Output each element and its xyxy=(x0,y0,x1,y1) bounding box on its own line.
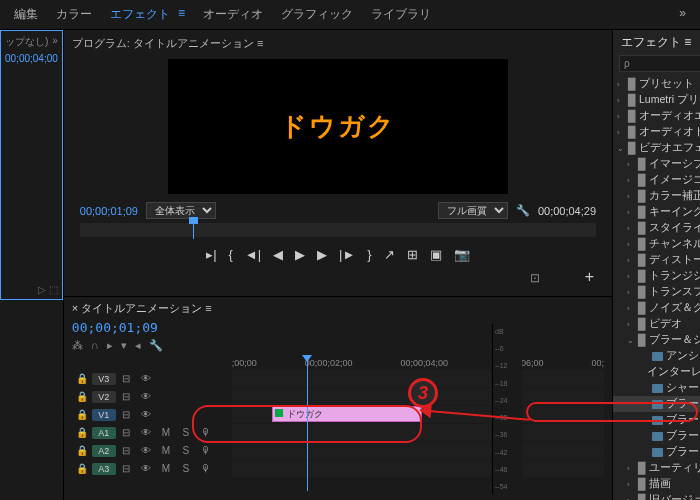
solo-icon[interactable]: S xyxy=(176,463,196,474)
track-toggle[interactable]: ⊟ xyxy=(116,373,136,384)
timeline-ruler[interactable]: ;00;0000;00;02;0000;00;04;0000;00;06;000… xyxy=(72,358,604,368)
effects-search-input[interactable]: ρ xyxy=(619,55,700,72)
lock-icon[interactable]: 🔒 xyxy=(72,463,92,474)
lock-icon[interactable]: 🔒 xyxy=(72,445,92,456)
program-scrubber[interactable] xyxy=(80,223,596,237)
track-lane[interactable] xyxy=(232,442,604,459)
track-label[interactable]: V2 xyxy=(92,391,116,403)
track-toggle[interactable]: ⊟ xyxy=(116,463,136,474)
workspace-tab[interactable]: カラー xyxy=(56,6,92,23)
track-visibility[interactable]: 👁 xyxy=(136,409,156,420)
effects-tree-item[interactable]: ›▉ユーティリティ xyxy=(613,460,700,476)
effects-tree-item[interactable]: ブラー (方向) xyxy=(613,444,700,460)
transport-button[interactable]: ◀ xyxy=(273,247,283,262)
effects-tree-item[interactable]: ›▉描画 xyxy=(613,476,700,492)
chevron-icon[interactable]: › xyxy=(627,480,635,489)
chevron-icon[interactable]: › xyxy=(627,240,635,249)
effects-tree-item[interactable]: シャープ xyxy=(613,380,700,396)
track-label[interactable]: A2 xyxy=(92,445,116,457)
safe-margins-icon[interactable]: ⊡ xyxy=(530,271,540,285)
effects-tree-item[interactable]: アンシャープマスク xyxy=(613,348,700,364)
track-visibility[interactable]: 👁 xyxy=(136,445,156,456)
effects-tree-item[interactable]: ブラー (ガウス) xyxy=(613,396,700,412)
mic-icon[interactable]: 🎙 xyxy=(196,427,216,438)
mute-icon[interactable]: M xyxy=(156,427,176,438)
track-visibility[interactable]: 👁 xyxy=(136,463,156,474)
effects-tree-item[interactable]: ›▉キーイング xyxy=(613,204,700,220)
workspace-tab[interactable]: 編集 xyxy=(14,6,38,23)
program-current-tc[interactable]: 00;00;01;09 xyxy=(80,205,138,217)
transport-button[interactable]: ▣ xyxy=(430,247,442,262)
effects-tree-item[interactable]: ›▉オーディオエフェクト xyxy=(613,108,700,124)
solo-icon[interactable]: S xyxy=(176,445,196,456)
track-toggle[interactable]: ⊟ xyxy=(116,427,136,438)
transport-button[interactable]: ⊞ xyxy=(407,247,418,262)
chevron-icon[interactable]: › xyxy=(627,272,635,281)
effects-tree-item[interactable]: インターレースのちらつき削 xyxy=(613,364,700,380)
track-visibility[interactable]: 👁 xyxy=(136,391,156,402)
lock-icon[interactable]: 🔒 xyxy=(72,409,92,420)
track-label[interactable]: A3 xyxy=(92,463,116,475)
workspace-tab[interactable]: エフェクト xyxy=(110,6,170,23)
chevron-icon[interactable]: › xyxy=(627,304,635,313)
effects-tree-item[interactable]: ›▉イメージコントロール xyxy=(613,172,700,188)
transport-button[interactable]: { xyxy=(229,247,233,262)
effects-tree-item[interactable]: ›▉Lumetri プリセット xyxy=(613,92,700,108)
workspace-tab[interactable]: ライブラリ xyxy=(371,6,431,23)
lock-icon[interactable]: 🔒 xyxy=(72,373,92,384)
timeline-title[interactable]: × タイトルアニメーション ≡ xyxy=(72,301,604,316)
chevron-icon[interactable]: › xyxy=(627,320,635,329)
collapse-icon[interactable]: » xyxy=(52,35,58,49)
effects-tree-item[interactable]: ›▉プリセット xyxy=(613,76,700,92)
transport-button[interactable]: ◄| xyxy=(245,247,261,262)
track-lane[interactable] xyxy=(232,424,604,441)
track-label[interactable]: A1 xyxy=(92,427,116,439)
timeline-tc[interactable]: 00;00;01;09 xyxy=(72,320,604,335)
track-label[interactable]: V3 xyxy=(92,373,116,385)
transport-button[interactable]: ▶ xyxy=(317,247,327,262)
effects-tree-item[interactable]: ›▉スタイライズ xyxy=(613,220,700,236)
chevron-icon[interactable]: ⌄ xyxy=(627,336,635,345)
chevron-icon[interactable]: › xyxy=(627,464,635,473)
effects-tree-item[interactable]: ›▉トランジション xyxy=(613,268,700,284)
effects-tree-item[interactable]: ⌄▉ブラー＆シャープ xyxy=(613,332,700,348)
chevron-icon[interactable]: › xyxy=(627,176,635,185)
effects-tree-item[interactable]: ⌄▉ビデオエフェクト xyxy=(613,140,700,156)
chevron-icon[interactable]: › xyxy=(627,224,635,233)
mic-icon[interactable]: 🎙 xyxy=(196,463,216,474)
chevron-icon[interactable]: › xyxy=(627,192,635,201)
timeline-clip[interactable]: ドウガク xyxy=(272,406,422,422)
track-visibility[interactable]: 👁 xyxy=(136,373,156,384)
timeline-playhead[interactable] xyxy=(307,361,308,491)
wrench-icon[interactable]: 🔧 xyxy=(516,204,530,217)
effects-tree-item[interactable]: ›▉イマーシブビデオ xyxy=(613,156,700,172)
effects-tree-item[interactable]: ブラー (合成) xyxy=(613,428,700,444)
source-footer-icons[interactable]: ▷ ⬚ xyxy=(5,284,58,295)
chevron-icon[interactable]: › xyxy=(617,96,625,105)
workspace-tab[interactable]: グラフィック xyxy=(281,6,353,23)
transport-button[interactable]: ▶ xyxy=(295,247,305,262)
effects-tree-item[interactable]: ›▉チャンネル xyxy=(613,236,700,252)
track-lane[interactable] xyxy=(232,460,604,477)
timeline-tools[interactable]: ⁂∩▸▾◂🔧 xyxy=(72,339,604,352)
mute-icon[interactable]: M xyxy=(156,463,176,474)
chevron-icon[interactable]: › xyxy=(617,128,625,137)
effects-tree-item[interactable]: ブラー (チャンネル) xyxy=(613,412,700,428)
chevron-icon[interactable]: › xyxy=(627,208,635,217)
track-toggle[interactable]: ⊟ xyxy=(116,445,136,456)
chevron-icon[interactable]: › xyxy=(627,496,635,501)
quality-select[interactable]: フル画質 xyxy=(438,202,508,219)
track-toggle[interactable]: ⊟ xyxy=(116,391,136,402)
chevron-icon[interactable]: › xyxy=(617,80,625,89)
add-button-icon[interactable]: + xyxy=(585,268,594,285)
track-visibility[interactable]: 👁 xyxy=(136,427,156,438)
effects-tree-item[interactable]: ›▉カラー補正 xyxy=(613,188,700,204)
effects-tree-item[interactable]: ›▉ディストーション xyxy=(613,252,700,268)
effects-tree-item[interactable]: ›▉ノイズ＆グレイン xyxy=(613,300,700,316)
transport-button[interactable]: } xyxy=(367,247,371,262)
mute-icon[interactable]: M xyxy=(156,445,176,456)
effects-tree-item[interactable]: ›▉ビデオ xyxy=(613,316,700,332)
track-label[interactable]: V1 xyxy=(92,409,116,421)
program-monitor[interactable]: ドウガク xyxy=(168,59,508,194)
transport-button[interactable]: ↗ xyxy=(384,247,395,262)
